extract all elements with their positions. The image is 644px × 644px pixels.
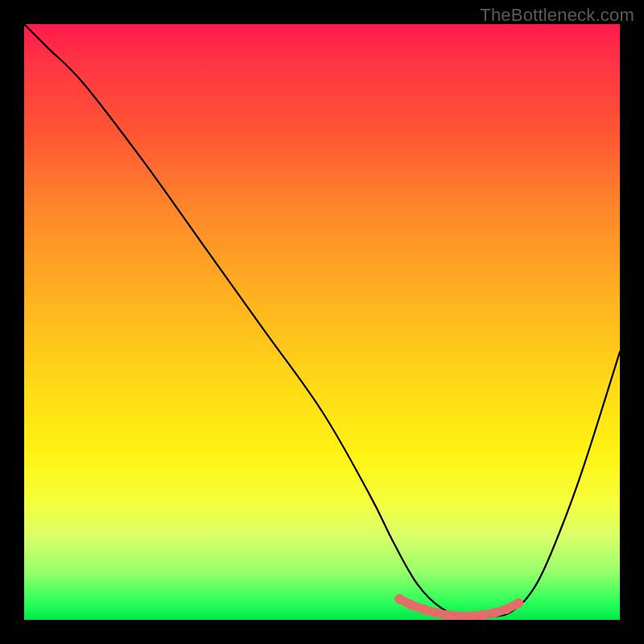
svg-point-3 — [431, 608, 440, 617]
svg-point-5 — [454, 612, 464, 620]
svg-point-10 — [514, 598, 523, 608]
svg-point-7 — [478, 610, 488, 620]
svg-point-2 — [419, 605, 428, 614]
chart-container: TheBottleneck.com — [0, 0, 644, 644]
svg-point-4 — [442, 610, 452, 620]
svg-point-0 — [394, 594, 404, 604]
curve-layer — [24, 24, 620, 620]
svg-point-9 — [502, 605, 511, 614]
svg-point-6 — [466, 612, 476, 620]
svg-point-8 — [490, 608, 500, 617]
watermark-text: TheBottleneck.com — [480, 5, 634, 26]
main-curve — [24, 24, 620, 618]
highlight-dots — [394, 594, 523, 620]
plot-area — [24, 24, 620, 620]
svg-point-1 — [407, 601, 416, 610]
